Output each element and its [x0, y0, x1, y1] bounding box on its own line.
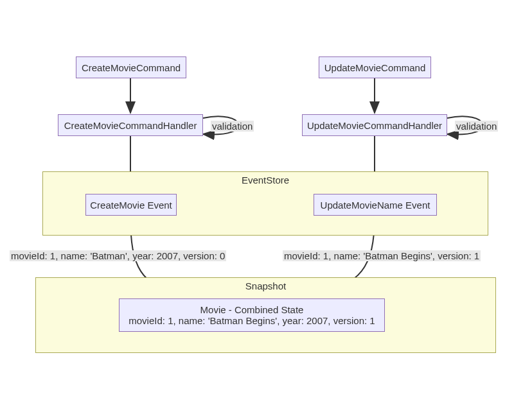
node-label: UpdateMovieCommandHandler: [307, 120, 442, 131]
node-label-line2: movieId: 1, name: 'Batman Begins', year:…: [129, 315, 375, 326]
validation-label-2: validation: [455, 121, 498, 132]
subgraph-title: Snapshot: [245, 280, 286, 291]
node-label: CreateMovieCommandHandler: [64, 120, 197, 131]
node-label: UpdateMovieName Event: [321, 200, 430, 211]
event1-label: movieId: 1, name: 'Batman', year: 2007, …: [10, 250, 226, 261]
validation-label-1: validation: [211, 121, 254, 132]
create-movie-command-node: CreateMovieCommand: [76, 56, 186, 78]
node-label: CreateMovie Event: [90, 200, 172, 211]
subgraph-title: EventStore: [242, 175, 289, 185]
node-label-line1: Movie - Combined State: [200, 304, 304, 315]
create-movie-event-node: CreateMovie Event: [85, 194, 177, 216]
update-movie-name-event-node: UpdateMovieName Event: [314, 194, 437, 216]
update-movie-command-node: UpdateMovieCommand: [319, 56, 431, 78]
node-label: UpdateMovieCommand: [324, 62, 426, 73]
event2-label: movieId: 1, name: 'Batman Begins', versi…: [283, 250, 481, 261]
node-label: CreateMovieCommand: [82, 62, 181, 73]
create-movie-command-handler-node: CreateMovieCommandHandler: [58, 114, 203, 136]
update-movie-command-handler-node: UpdateMovieCommandHandler: [302, 114, 447, 136]
movie-combined-state-node: Movie - Combined State movieId: 1, name:…: [119, 298, 385, 332]
